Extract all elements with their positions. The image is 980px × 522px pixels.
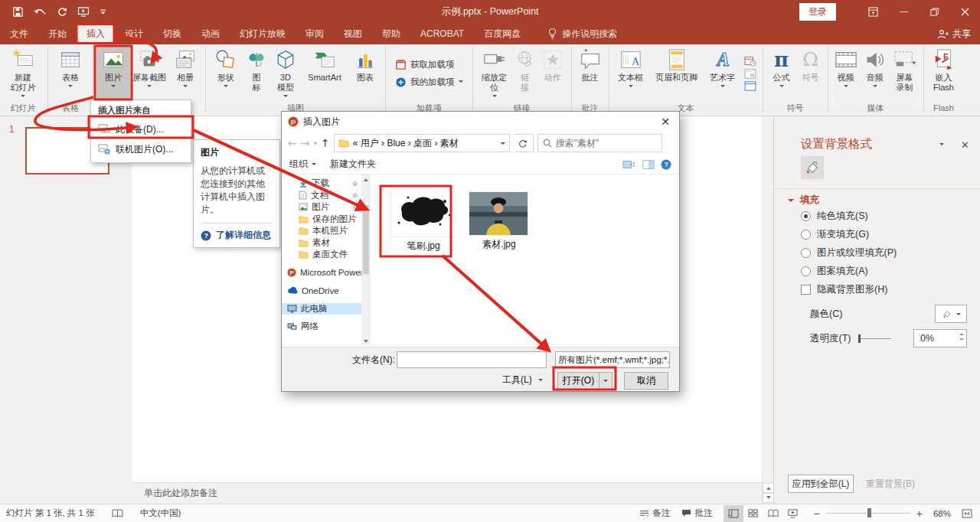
tab-design[interactable]: 设计	[115, 23, 153, 44]
zoom-out-icon[interactable]: −	[814, 507, 820, 520]
option-hide-background[interactable]: 隐藏背景图形(H)	[801, 283, 887, 296]
sidebar-item-desktop-files[interactable]: 桌面文件	[282, 249, 361, 261]
sidebar-item-pictures[interactable]: 图片	[282, 201, 361, 214]
sidebar-item-documents[interactable]: 文档	[282, 190, 361, 202]
search-input[interactable]: 搜索"素材"	[537, 134, 662, 152]
fill-section-header[interactable]: 填充	[788, 194, 819, 207]
sidebar-item-this-pc[interactable]: 此电脑	[282, 303, 361, 315]
language-indicator[interactable]: 中文(中国)	[140, 507, 181, 519]
file-item-material[interactable]: 素材.jpg	[469, 191, 530, 251]
new-folder-button[interactable]: 新建文件夹	[330, 158, 376, 171]
my-addins-button[interactable]: 我的加载项	[395, 77, 463, 88]
view-mode-icon[interactable]	[622, 159, 636, 170]
sidebar-scrollbar[interactable]	[361, 175, 371, 345]
dialog-title-bar[interactable]: P 插入图片 ✕	[282, 112, 679, 132]
recent-locations-icon[interactable]: ▾	[313, 139, 317, 147]
chart-button[interactable]: 图表	[348, 44, 382, 103]
zoom-link-button[interactable]: 缩放定 位	[476, 44, 513, 103]
tab-animations[interactable]: 动画	[191, 23, 230, 44]
tab-view[interactable]: 视图	[334, 23, 372, 44]
restore-button[interactable]	[919, 0, 949, 23]
redo-icon[interactable]	[57, 6, 67, 17]
embed-flash-button[interactable]: F 嵌入 Flash	[927, 44, 961, 103]
save-icon[interactable]	[12, 6, 24, 18]
tab-home[interactable]: 开始	[38, 23, 77, 44]
get-addins-button[interactable]: 获取加载项	[395, 59, 463, 70]
fill-tab[interactable]	[801, 156, 824, 179]
preview-pane-icon[interactable]	[642, 159, 655, 170]
share-button[interactable]: 共享	[937, 23, 971, 44]
fit-to-window-icon[interactable]	[962, 509, 972, 518]
undo-icon[interactable]	[34, 6, 47, 17]
open-split-chevron-icon[interactable]	[599, 373, 612, 389]
learn-more-link[interactable]: ? 了解详细信息	[201, 229, 273, 242]
sidebar-item-downloads[interactable]: 下载	[282, 178, 361, 190]
notes-placeholder[interactable]: 单击此处添加备注	[132, 482, 762, 504]
refresh-icon[interactable]	[514, 134, 534, 152]
screenshot-button[interactable]: 屏幕截图	[130, 44, 168, 103]
tab-insert[interactable]: 插入	[77, 23, 115, 44]
scroll-down-icon[interactable]	[763, 493, 774, 503]
open-button[interactable]: 打开(O)	[557, 372, 612, 390]
zoom-slider-thumb[interactable]	[867, 508, 871, 517]
tab-baidu-netdisk[interactable]: 百度网盘	[474, 23, 531, 44]
scroll-up-icon[interactable]	[763, 483, 774, 493]
picture-button[interactable]: 图片	[96, 44, 130, 103]
new-slide-button[interactable]: 新建 幻灯片	[2, 44, 44, 103]
filename-input[interactable]	[397, 351, 547, 368]
filetype-select[interactable]: 所有图片(*.emf;*.wmf;*.jpg;*.j	[555, 351, 670, 368]
login-button[interactable]: 登录	[799, 3, 836, 21]
table-button[interactable]: 表格	[51, 44, 90, 103]
date-time-icon[interactable]	[744, 56, 756, 67]
zoom-in-icon[interactable]: +	[916, 507, 923, 520]
tab-review[interactable]: 审阅	[296, 23, 334, 44]
comments-toggle[interactable]: 批注	[681, 507, 713, 519]
object-icon[interactable]	[744, 81, 756, 91]
option-picture-texture-fill[interactable]: 图片或纹理填充(P)	[801, 246, 897, 259]
option-gradient-fill[interactable]: 渐变填充(G)	[801, 228, 869, 241]
3d-models-button[interactable]: 3D 模型	[270, 44, 301, 103]
icons-button[interactable]: 图 标	[243, 44, 270, 103]
notes-toggle[interactable]: 备注	[639, 507, 671, 519]
equation-button[interactable]: π 公式	[766, 44, 797, 103]
slide-number-icon[interactable]	[744, 69, 756, 79]
slide-sorter-view-button[interactable]	[743, 505, 763, 522]
close-button[interactable]	[949, 0, 980, 23]
minimize-button[interactable]	[888, 0, 919, 23]
apply-to-all-button[interactable]: 应用到全部(L)	[788, 475, 854, 493]
proofing-book-icon[interactable]	[112, 509, 123, 518]
tab-slideshow[interactable]: 幻灯片放映	[230, 23, 296, 44]
reading-view-button[interactable]	[763, 505, 783, 522]
panel-close-icon[interactable]: ✕	[961, 139, 969, 151]
tab-file[interactable]: 文件	[0, 23, 38, 44]
option-pattern-fill[interactable]: 图案填充(A)	[801, 265, 868, 278]
vertical-scrollbar[interactable]	[762, 116, 773, 504]
header-footer-button[interactable]: 页眉和页脚	[649, 44, 704, 103]
menu-item-online-pictures[interactable]: 联机图片(O)...	[91, 139, 191, 159]
panel-options-chevron-icon[interactable]	[939, 143, 944, 148]
sidebar-item-saved-pictures[interactable]: 保存的图片	[282, 214, 361, 226]
spinner-icons[interactable]	[959, 332, 964, 341]
sidebar-item-material[interactable]: 素材	[282, 237, 361, 250]
file-item-brush[interactable]: 笔刷.jpg	[390, 188, 456, 253]
sidebar-item-camera-roll[interactable]: 本机照片	[282, 225, 361, 237]
sidebar-item-network[interactable]: 网络	[282, 321, 361, 333]
video-button[interactable]: 视频	[831, 44, 861, 103]
tab-acrobat[interactable]: ACROBAT	[410, 23, 474, 44]
transparency-value-input[interactable]: 0%	[913, 329, 967, 347]
ribbon-display-options-icon[interactable]	[858, 0, 888, 23]
color-picker-button[interactable]	[935, 305, 967, 323]
tell-me-search[interactable]: 操作说明搜索	[547, 23, 617, 44]
dialog-close-icon[interactable]: ✕	[652, 112, 679, 132]
up-icon[interactable]: ↑	[321, 137, 330, 149]
start-slideshow-icon[interactable]	[77, 6, 90, 18]
option-solid-fill[interactable]: 纯色填充(S)	[801, 210, 868, 223]
smartart-button[interactable]: SmartArt	[301, 44, 348, 103]
zoom-slider[interactable]	[826, 513, 910, 514]
normal-view-button[interactable]	[724, 505, 743, 522]
photo-album-button[interactable]: 相册	[168, 44, 202, 103]
customize-qat-icon[interactable]	[100, 8, 106, 15]
textbox-button[interactable]: A 文本框	[612, 44, 649, 103]
organize-button[interactable]: 组织	[289, 158, 316, 171]
forward-icon[interactable]: →	[301, 137, 310, 149]
